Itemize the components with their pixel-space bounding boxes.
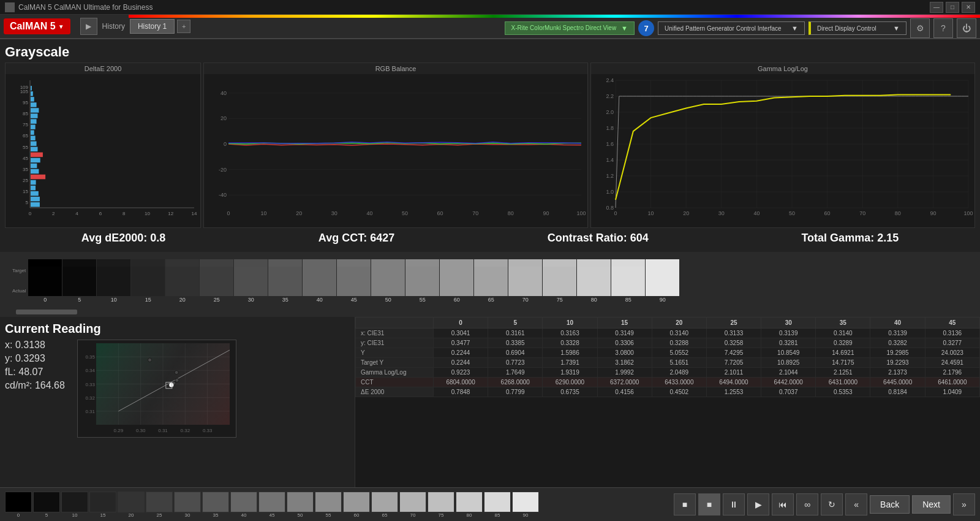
play-button[interactable]: ▶ — [80, 18, 97, 35]
transport-swatch-item[interactable]: 5 — [33, 492, 60, 518]
pattern-selector[interactable]: Unified Pattern Generator Control Interf… — [658, 21, 805, 35]
add-tab-button[interactable]: + — [177, 20, 190, 33]
transport-swatch[interactable] — [33, 492, 60, 512]
instrument-arrow[interactable]: ▼ — [621, 25, 628, 32]
gear-button[interactable]: ⚙ — [910, 18, 930, 38]
table-cell: 3.1862 — [597, 358, 652, 368]
transport-swatch-label: 70 — [410, 512, 416, 518]
swatch-wrapper: 30 — [234, 259, 268, 303]
swatches-outer: Target Actual 05101520253035404550556065… — [0, 252, 980, 317]
maximize-button[interactable]: □ — [946, 2, 959, 13]
swatch-target — [165, 259, 199, 267]
transport-swatch[interactable] — [315, 492, 342, 512]
transport-swatch-item[interactable]: 90 — [512, 492, 539, 518]
transport-swatch-item[interactable]: 65 — [371, 492, 398, 518]
swatch-value-label: 55 — [420, 297, 426, 303]
refresh-button[interactable]: ↻ — [821, 493, 843, 515]
transport-swatch-item[interactable]: 55 — [315, 492, 342, 518]
transport-swatch-item[interactable]: 15 — [89, 492, 116, 518]
transport-swatch-item[interactable]: 75 — [428, 492, 454, 518]
calman-logo[interactable]: CalMAN 5 ▼ — [4, 18, 70, 34]
prev-nav-button[interactable]: « — [845, 493, 867, 515]
close-button[interactable]: ✕ — [962, 2, 975, 13]
transport-swatch-label: 50 — [298, 512, 303, 518]
swatch-target — [234, 259, 268, 267]
play-transport-button[interactable]: ▶ — [747, 493, 769, 515]
prev-button[interactable]: ⏮ — [772, 493, 794, 515]
deltae-chart-title: DeltaE 2000 — [6, 63, 200, 74]
transport-swatch-label: 45 — [270, 512, 275, 518]
transport-swatch[interactable] — [202, 492, 229, 512]
next-button[interactable]: Next — [912, 495, 951, 514]
transport-swatch[interactable] — [287, 492, 314, 512]
transport-swatch-item[interactable]: 40 — [230, 492, 257, 518]
swatch-scrollbar[interactable] — [16, 308, 980, 316]
table-header-cell: 45 — [925, 318, 979, 329]
swatch-scrollbar-thumb[interactable] — [16, 310, 77, 314]
transport-swatch[interactable] — [174, 492, 201, 512]
swatch-wrapper: 10 — [97, 259, 130, 303]
instrument-selector[interactable]: X-Rite ColorMunki Spectro Direct View ▼ — [505, 21, 635, 35]
data-section[interactable]: 051015202530354045 x: CIE310.30410.31610… — [355, 317, 980, 487]
transport-swatch-item[interactable]: 0 — [5, 492, 32, 518]
transport-swatch-item[interactable]: 10 — [61, 492, 88, 518]
transport-swatch[interactable] — [428, 492, 454, 512]
transport-swatch-item[interactable]: 35 — [202, 492, 229, 518]
help-button[interactable]: ? — [933, 18, 953, 38]
transport-swatch[interactable] — [371, 492, 398, 512]
logo-text: CalMAN 5 — [10, 21, 56, 32]
transport-swatch-item[interactable]: 60 — [343, 492, 370, 518]
transport-swatch[interactable] — [258, 492, 285, 512]
transport-swatch-item[interactable]: 30 — [174, 492, 201, 518]
transport-swatch-item[interactable]: 70 — [399, 492, 426, 518]
stop-button[interactable]: ■ — [674, 493, 696, 515]
transport-swatch-item[interactable]: 20 — [118, 492, 145, 518]
transport-swatch[interactable] — [230, 492, 257, 512]
transport-swatch[interactable] — [89, 492, 116, 512]
swatch-value-label: 70 — [522, 297, 529, 303]
table-cell: 0.4156 — [597, 387, 652, 397]
transport-swatch[interactable] — [512, 492, 539, 512]
transport-swatch[interactable] — [399, 492, 426, 512]
gamma-chart-title: Gamma Log/Log — [591, 63, 974, 74]
swatch-wrapper: 5 — [62, 259, 96, 303]
transport-swatch[interactable] — [484, 492, 511, 512]
transport-swatch[interactable] — [146, 492, 173, 512]
swatch-actual — [508, 267, 542, 296]
transport-swatch[interactable] — [343, 492, 370, 512]
transport-swatch-item[interactable]: 45 — [258, 492, 285, 518]
power-button[interactable]: ⏻ — [957, 18, 976, 38]
swatch-value-label: 5 — [78, 297, 81, 303]
swatch-wrapper: 55 — [405, 259, 439, 303]
table-cell: 0.7037 — [761, 387, 816, 397]
table-header-cell: 0 — [433, 318, 488, 329]
pattern-arrow[interactable]: ▼ — [791, 25, 798, 32]
transport-swatch[interactable] — [61, 492, 88, 512]
stop2-button[interactable]: ■ — [698, 493, 720, 515]
window-controls: — □ ✕ — [930, 2, 975, 13]
logo-dropdown-arrow[interactable]: ▼ — [58, 23, 64, 30]
display-selector[interactable]: Direct Display Control ▼ — [809, 21, 907, 35]
reading-left-col: x: 0.3138 y: 0.3293 fL: 48.07 cd/m²: 164… — [5, 340, 65, 438]
transport-swatch-item[interactable]: 85 — [484, 492, 511, 518]
swatch-wrapper: 50 — [371, 259, 405, 303]
transport-swatch-item[interactable]: 25 — [146, 492, 173, 518]
back-button[interactable]: Back — [870, 495, 910, 514]
swatch-target — [97, 259, 130, 267]
table-row-label: x: CIE31 — [356, 329, 434, 338]
next-nav-button[interactable]: » — [953, 493, 975, 515]
history-tab[interactable]: History 1 — [130, 19, 175, 34]
pause-button[interactable]: ⏸ — [723, 493, 745, 515]
swatch-target — [543, 259, 576, 267]
table-header-cell: 25 — [706, 318, 761, 329]
inf-button[interactable]: ∞ — [796, 493, 818, 515]
transport-swatch-item[interactable]: 50 — [287, 492, 314, 518]
transport-swatch-item[interactable]: 80 — [456, 492, 483, 518]
transport-swatch[interactable] — [118, 492, 145, 512]
table-cell: 24.0023 — [925, 348, 979, 358]
display-arrow[interactable]: ▼ — [893, 25, 900, 32]
minimize-button[interactable]: — — [930, 2, 943, 13]
reading-x: x: 0.3138 — [5, 340, 65, 351]
transport-swatch[interactable] — [5, 492, 32, 512]
transport-swatch[interactable] — [456, 492, 483, 512]
